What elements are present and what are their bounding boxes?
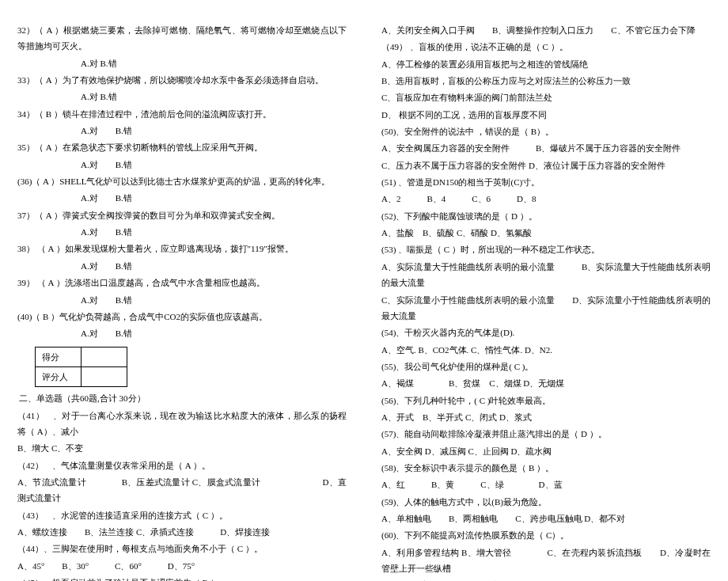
o44: A、45° B、30° C、60° D、75° — [17, 558, 347, 574]
o37: A.对 B.错 — [17, 224, 347, 240]
r9o: A、开式 B、半开式 C、闭式 D、浆式 — [381, 409, 711, 425]
o36: A.对 B.错 — [17, 190, 347, 206]
section-2-title: 二、单选题（共60题,合计 30分） — [19, 390, 347, 406]
o39: A.对 B.错 — [17, 292, 347, 308]
r8o: A、褐煤 B、贫煤 C、烟煤 D、无烟煤 — [381, 375, 711, 391]
r13: (60)、下列不能提高对流传热膜系数的是（ C）。 — [381, 527, 711, 543]
q45: （45）、机泵启动前为了确认是否卡涩应首先（ B ）。 — [17, 575, 347, 581]
q32: 32）（ A ）根据燃烧三要素，去除掉可燃物、隔绝氧气、将可燃物冷却至燃烧点以下… — [17, 22, 347, 55]
o40: A.对 B.错 — [17, 325, 347, 341]
r9: (56)、下列几种叶轮中，( C )叶轮效率最高。 — [381, 393, 711, 408]
r7o: A、空气. B、CO2气体. C、惰性气体. D、N2. — [381, 342, 711, 358]
score-value-1 — [82, 347, 127, 366]
o35: A.对 B.错 — [17, 157, 347, 173]
q37: 37）（ A ）弹簧式安全阀按弹簧的数目可分为单和双弹簧式安全阀。 — [17, 207, 347, 223]
q35: 35）（ A ）在紧急状态下要求切断物料的管线上应采用气开阀。 — [17, 139, 347, 155]
right-column: A、关闭安全阀入口手阀 B、调整操作控制入口压力 C、不管它压力会下降 （49）… — [364, 0, 728, 581]
o32: A.对 B.错 — [17, 55, 347, 71]
r2a: A、停工检修的装置必须用盲板把与之相连的管线隔绝 — [381, 56, 711, 72]
r2: （49） 、盲板的使用，说法不正确的是（ C ）。 — [381, 39, 711, 55]
q41: （41） 、对于一台离心水泵来说，现在改为输送比水粘度大的液体，那么泵的扬程将（… — [17, 408, 347, 440]
score-row-1: 得分 — [36, 347, 82, 366]
q33: 33）（ A ）为了有效地保护烧嘴，所以烧嘴喷冷却水泵中备泵必须选择自启动。 — [17, 72, 347, 88]
score-row-2: 评分人 — [36, 366, 82, 386]
r1: A、关闭安全阀入口手阀 B、调整操作控制入口压力 C、不管它压力会下降 — [381, 22, 711, 38]
r2d: D、 根据不同的工况，选用的盲板厚度不同 — [381, 107, 711, 123]
r10o: A、安全阀 D、减压阀 C、止回阀 D、疏水阀 — [381, 443, 711, 459]
o38: A.对 B.错 — [17, 258, 347, 274]
q41b: B、增大 C、不变 — [17, 440, 347, 456]
r5o: A、盐酸 B、硫酸 C、硝酸 D、氢氟酸 — [381, 225, 711, 241]
r3: (50)、安全附件的说法中 ，错误的是（ B）。 — [381, 123, 711, 139]
q43: （43） 、水泥管的连接适直采用的连接方式（ C ）。 — [17, 507, 347, 523]
q38: 38） （ A ）如果发现煤粉大量着火，应立即逃离现场，拨打"119"报警。 — [17, 241, 347, 256]
r5: (52)、下列酸中能腐蚀玻璃的是（ D ）。 — [381, 208, 711, 224]
r12o: A、单相触电 B、两相触电 C、跨步电压触电 D、都不对 — [381, 511, 711, 526]
r4o: A、2 B、4 C、6 D、8 — [381, 191, 711, 207]
r3a: A、安全阀属压力容器的安全附件 B、爆破片不属于压力容器的安全附件 — [381, 140, 711, 156]
q44: （44）、三脚架在使用时，每根支点与地面夹角不小于（ C ）。 — [17, 541, 347, 556]
r2b: B、选用盲板时，盲板的公称压力应与之对应法兰的公称压力一致 — [381, 73, 711, 89]
o43: A、螺纹连接 B、法兰连接 C、承插式连接 D、焊接连接 — [17, 524, 347, 540]
r7: (54)、干粉灭火器内充的气体是(D). — [381, 325, 711, 340]
q39: 39） （ A ）洗涤塔出口温度越高，合成气中水含量相应也越高。 — [17, 275, 347, 290]
r13a: A、利用多管程结构 B、增大管径 C、在壳程内装拆流挡板 D、冷凝时在管壁上开一… — [381, 545, 711, 577]
r12: (59)、人体的触电方式中，以(B)最为危险。 — [381, 494, 711, 510]
r11o: A、红 B、黄 C、绿 D、蓝 — [381, 477, 711, 492]
o42: A、节流式流量计 B、压差式流量计 C、膜盒式流量计 D、直测式流量计 — [17, 474, 347, 507]
r6b: C、实际流量小于性能曲线所表明的最小流量 D、实际流量小于性能曲线所表明的最大流… — [381, 292, 711, 325]
score-table: 得分 评分人 — [35, 347, 127, 388]
o33: A.对 B.错 — [17, 89, 347, 104]
q36: (36)（ A ）SHELL气化炉可以达到比德士古水煤浆炉更高的炉温，更高的转化… — [17, 173, 347, 189]
q34: 34）（ B ）锁斗在排渣过程中，渣池前后仓间的溢流阀应该打开。 — [17, 106, 347, 122]
r6: (53) 、喘振是（ C ）时，所出现的一种不稳定工作状态。 — [381, 241, 711, 257]
q42: （42） 、气体流量测量仪表常采用的是（ A ）。 — [17, 458, 347, 473]
r6a: A、实际流量大于性能曲线所表明的最小流量 B、实际流量大于性能曲线所表明的最大流… — [381, 259, 711, 291]
score-value-2 — [82, 366, 127, 386]
r10: (57)、能自动间歇排除冷凝液并阻止蒸汽排出的是（ D ）。 — [381, 426, 711, 442]
r3b: C、压力表不属于压力容器的安全附件 D、液位计属于压力容器的安全附件 — [381, 158, 711, 173]
r11: (58)、安全标识中表示提示的颜色是（ B ）。 — [381, 460, 711, 476]
r14: (61)、电器着火不能用的灭火方法是那些（ C）。 — [381, 577, 711, 581]
r8: (55)、我公司气化炉使用的煤种是( C )。 — [381, 359, 711, 374]
q40: (40)（ B ）气化炉负荷越高，合成气中CO2的实际值也应该越高。 — [17, 309, 347, 325]
r2c: C、盲板应加在有物料来源的阀门前部法兰处 — [381, 89, 711, 105]
r4: (51) 、管道是DN150的相当于英制(C)寸。 — [381, 174, 711, 190]
left-column: 32）（ A ）根据燃烧三要素，去除掉可燃物、隔绝氧气、将可燃物冷却至燃烧点以下… — [0, 0, 364, 581]
o34: A.对 B.错 — [17, 123, 347, 139]
